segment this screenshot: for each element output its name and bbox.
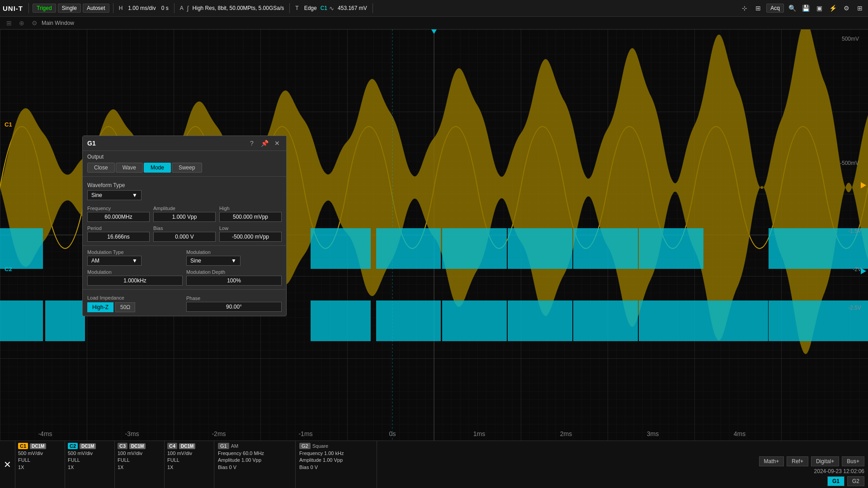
grid-icon[interactable]: ⊞: [4, 18, 14, 28]
scope-screen: -4ms -3ms -2ms -1ms 0s 1ms 2ms 3ms 4ms 5…: [0, 29, 868, 441]
bus-button[interactable]: Bus+: [842, 456, 864, 466]
bottom-bar: ✕ C1 DC1M 500 mV/div FULL 1X C2 DC1M 500…: [0, 441, 868, 488]
right-tools: Math+ Ref+ Digital+ Bus+ 2024-09-23 12:0…: [755, 441, 868, 488]
g2-mode-badge: Square: [312, 443, 328, 449]
svg-text:-1ms: -1ms: [298, 430, 312, 437]
tool-buttons-row: Math+ Ref+ Digital+ Bus+: [759, 456, 864, 466]
h-label: H: [117, 5, 125, 11]
high-field: High 500.000 mVpp: [219, 206, 282, 222]
output-label: Output: [83, 151, 286, 161]
phase-label: Phase: [186, 296, 282, 301]
settings2-icon[interactable]: ⚙: [29, 18, 40, 28]
low-value[interactable]: -500.000 mVpp: [219, 232, 282, 242]
tab-close[interactable]: Close: [87, 163, 115, 173]
high-label: High: [219, 206, 282, 211]
svg-text:-2V: -2V: [853, 266, 861, 272]
crosshair-button[interactable]: ✕: [0, 441, 15, 488]
svg-rect-19: [639, 300, 703, 341]
g1-dialog: G1 ? 📌 ✕ Output Close Wave Mode Sweep Wa…: [82, 136, 287, 316]
digital-button[interactable]: Digital+: [811, 456, 839, 466]
c3-coupling-badge: DC1M: [129, 443, 146, 449]
period-value[interactable]: 16.666ns: [87, 232, 150, 242]
settings-icon[interactable]: ⚙: [841, 3, 852, 14]
search-icon[interactable]: 🔍: [787, 3, 797, 14]
c2-status[interactable]: C2 DC1M 500 mV/div FULL 1X: [65, 441, 115, 488]
help-icon[interactable]: ?: [247, 139, 256, 148]
g2-status[interactable]: G2 Square Frequency 1.00 kHz Amplitude 1…: [296, 441, 377, 488]
bottom-params-row: Load Impedance High-Z 50Ω Phase 90.00°: [83, 291, 286, 316]
c2-probe: 1X: [68, 464, 112, 471]
c1-coupling-badge: DC1M: [30, 443, 46, 449]
tab-sweep[interactable]: Sweep: [172, 163, 202, 173]
frequency-value[interactable]: 60.000MHz: [87, 212, 150, 222]
c3-status[interactable]: C3 DC1M 100 mV/div FULL 1X: [115, 441, 165, 488]
datetime-display: 2024-09-23 12:02:06: [814, 468, 864, 474]
math-button[interactable]: Math+: [759, 456, 784, 466]
modulation-depth-value[interactable]: 100%: [186, 276, 282, 286]
g1-gen-button[interactable]: G1: [827, 476, 844, 486]
c3-badge: C3: [118, 443, 127, 449]
waveform-type-dropdown[interactable]: Sine ▼: [87, 190, 142, 200]
bias-value[interactable]: 0.000 V: [153, 232, 216, 242]
load-impedance-section: Load Impedance High-Z 50Ω: [87, 295, 183, 312]
svg-rect-11: [376, 300, 441, 341]
c4-status[interactable]: C4 DC1M 100 mV/div FULL 1X: [165, 441, 214, 488]
tab-wave[interactable]: Wave: [116, 163, 143, 173]
g1-status[interactable]: G1 AM Frequency 60.0 MHz Amplitude 1.00 …: [214, 441, 296, 488]
svg-text:-500mV: -500mV: [840, 160, 859, 166]
high-value[interactable]: 500.000 mVpp: [219, 212, 282, 222]
dialog-title-bar: G1 ? 📌 ✕: [83, 136, 286, 151]
triged-button[interactable]: Triged: [33, 4, 56, 13]
modulation-type-row: Modulation Type AM ▼ Modulation Sine ▼: [83, 248, 286, 267]
frequency-field: Frequency 60.000MHz: [87, 206, 150, 222]
modulation-type-dropdown[interactable]: AM ▼: [87, 256, 142, 266]
second-row: ⊞ ⊕ ⚙ Main Window: [0, 17, 868, 29]
trigger-marker: [431, 29, 437, 34]
mod-type-arrow: ▼: [132, 258, 137, 264]
amplitude-value[interactable]: 1.000 Vpp: [153, 212, 216, 222]
measure-icon[interactable]: ⊞: [753, 3, 764, 14]
ref-button[interactable]: Ref+: [787, 456, 808, 466]
svg-rect-7: [45, 300, 85, 341]
separator-4: [289, 3, 290, 13]
top-toolbar: UNI-T Triged Single Autoset H 1.00 ms/di…: [0, 0, 868, 17]
sine-icon: ∫: [187, 5, 189, 12]
modulation-depth-label: Modulation Depth: [186, 269, 282, 275]
time-div-value: 1.00 ms/div: [126, 5, 157, 11]
fifty-ohm-button[interactable]: 50Ω: [115, 302, 135, 312]
probe-icon[interactable]: ⚡: [827, 3, 838, 14]
ch-trig-label: C1: [321, 5, 327, 11]
separator-5: [373, 3, 373, 13]
phase-value[interactable]: 90.00°: [186, 302, 282, 312]
g2-gen-button[interactable]: G2: [847, 476, 864, 486]
c3-header: C3 DC1M: [118, 443, 161, 449]
c3-probe: 1X: [118, 464, 161, 471]
pin-icon[interactable]: 📌: [260, 139, 269, 148]
waveform-type-section: Waveform Type Sine ▼: [83, 178, 286, 204]
phase-field: Phase 90.00°: [186, 296, 282, 312]
c3-vdiv: 100 mV/div: [118, 450, 161, 457]
modulation-wave-dropdown[interactable]: Sine ▼: [186, 256, 241, 266]
tab-mode[interactable]: Mode: [144, 163, 171, 173]
c1-status[interactable]: C1 DC1M 500 mV/div FULL 1X: [15, 441, 65, 488]
c1-header: C1 DC1M: [18, 443, 62, 449]
svg-rect-23: [833, 228, 868, 269]
save-icon[interactable]: 💾: [800, 3, 811, 14]
g2-bias-row: Bias 0 V: [299, 464, 373, 471]
acq-button[interactable]: Acq: [766, 4, 784, 13]
autoset-button[interactable]: Autoset: [83, 4, 109, 13]
display-icon[interactable]: ▣: [814, 3, 825, 14]
expand-icon[interactable]: ⊞: [854, 3, 865, 14]
modulation-freq-value[interactable]: 1.000kHz: [87, 276, 183, 286]
single-button[interactable]: Single: [58, 4, 81, 13]
c1-badge: C1: [18, 443, 28, 449]
svg-rect-20: [703, 300, 768, 341]
g1-bias-val: 0 V: [229, 465, 236, 470]
close-icon[interactable]: ✕: [273, 139, 282, 148]
high-z-button[interactable]: High-Z: [87, 302, 113, 312]
modulation-label: Modulation: [87, 269, 183, 275]
g1-freq-label: Frequency: [218, 450, 241, 456]
c4-badge: C4: [167, 443, 177, 449]
zoom-icon[interactable]: ⊕: [16, 18, 27, 28]
cursor-icon[interactable]: ⊹: [739, 3, 750, 14]
